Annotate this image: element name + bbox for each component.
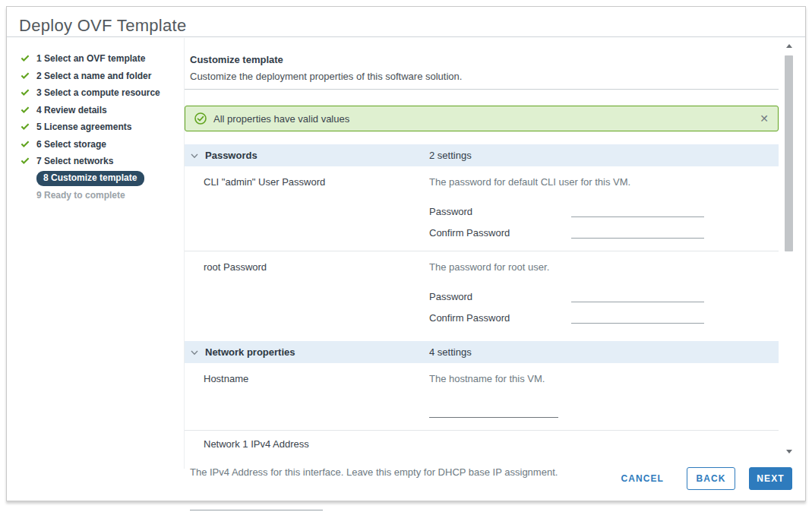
root-confirm-password-input[interactable]: [571, 310, 704, 324]
property-label: CLI "admin" User Password: [185, 166, 429, 239]
section-settings-count: 2 settings: [429, 150, 472, 161]
sidebar-step-7[interactable]: 7 Select networks: [7, 153, 176, 170]
sidebar-step-6[interactable]: 6 Select storage: [7, 136, 176, 153]
property-row-cli-admin-password: CLI "admin" User Password The password f…: [185, 166, 779, 251]
sidebar-step-8-active[interactable]: 8 Customize template: [7, 170, 176, 188]
step-label: 3 Select a compute resource: [36, 87, 160, 98]
sidebar-step-9: 9 Ready to complete: [7, 187, 176, 204]
section-title: Network properties: [205, 346, 295, 358]
success-check-icon: [194, 112, 207, 125]
property-description: The password for default CLI user for th…: [429, 176, 779, 188]
alert-message: All properties have valid values: [213, 113, 760, 125]
property-row-root-password: root Password The password for root user…: [185, 251, 779, 336]
customize-template-panel: Customize template Customize the deploym…: [184, 38, 779, 469]
scroll-down-icon[interactable]: [783, 446, 795, 457]
scrollbar-thumb[interactable]: [785, 55, 793, 251]
check-icon: [20, 156, 33, 166]
check-icon: [20, 71, 33, 81]
confirm-password-field-label: Confirm Password: [429, 312, 571, 324]
step-label: 9 Ready to complete: [36, 190, 125, 201]
password-field-label: Password: [429, 291, 571, 302]
cli-admin-confirm-password-input[interactable]: [571, 225, 704, 239]
cancel-button[interactable]: CANCEL: [616, 467, 668, 490]
cli-admin-password-input[interactable]: [571, 204, 704, 217]
scroll-up-icon[interactable]: [783, 40, 795, 51]
chevron-down-icon: [191, 152, 198, 160]
heading-divider: [185, 89, 779, 90]
check-icon: [20, 87, 33, 98]
section-header-network-properties[interactable]: Network properties 4 settings: [185, 341, 779, 363]
confirm-password-field-label: Confirm Password: [429, 227, 571, 239]
step-label: 7 Select networks: [36, 156, 113, 166]
root-password-input[interactable]: [571, 289, 704, 302]
wizard-steps-sidebar: 1 Select an OVF template 2 Select a name…: [7, 38, 176, 501]
panel-heading: Customize template: [190, 54, 779, 65]
step-label: 4 Review details: [36, 105, 107, 115]
step-label: 1 Select an OVF template: [36, 53, 145, 64]
back-button[interactable]: BACK: [687, 467, 735, 490]
property-description: The hostname for this VM.: [429, 373, 779, 384]
section-settings-count: 4 settings: [429, 346, 472, 358]
network1-ipv4-input[interactable]: [190, 497, 323, 510]
hostname-input[interactable]: [429, 404, 558, 418]
sidebar-step-2[interactable]: 2 Select a name and folder: [7, 68, 176, 85]
step-label: 2 Select a name and folder: [36, 71, 151, 81]
section-passwords: Passwords 2 settings CLI "admin" User Pa…: [185, 144, 779, 336]
property-label: Network 1 IPv4 Address: [185, 438, 779, 450]
check-icon: [20, 139, 33, 150]
close-icon[interactable]: ✕: [760, 113, 769, 124]
valid-values-alert: All properties have valid values ✕: [185, 106, 779, 131]
wizard-footer: CANCEL BACK NEXT: [616, 467, 792, 490]
property-row-hostname: Hostname The hostname for this VM.: [185, 363, 779, 431]
sidebar-step-5[interactable]: 5 License agreements: [7, 119, 176, 136]
step-label: 8 Customize template: [36, 171, 144, 186]
content-scrollbar[interactable]: [783, 40, 795, 457]
password-field-label: Password: [429, 206, 571, 217]
chevron-down-icon: [191, 349, 198, 356]
check-icon: [20, 122, 33, 132]
check-icon: [20, 105, 33, 115]
sidebar-step-4[interactable]: 4 Review details: [7, 102, 176, 119]
step-label: 5 License agreements: [36, 122, 131, 132]
sidebar-step-1[interactable]: 1 Select an OVF template: [7, 50, 176, 68]
dialog-title: Deploy OVF Template: [19, 16, 805, 36]
next-button[interactable]: NEXT: [749, 467, 792, 490]
property-label: Hostname: [185, 363, 429, 418]
sidebar-step-3[interactable]: 3 Select a compute resource: [7, 84, 176, 102]
section-header-passwords[interactable]: Passwords 2 settings: [185, 144, 779, 166]
deploy-ovf-dialog: Deploy OVF Template 1 Select an OVF temp…: [6, 6, 806, 501]
panel-subheading: Customize the deployment properties of t…: [190, 71, 779, 82]
section-title: Passwords: [205, 150, 258, 161]
dialog-header: Deploy OVF Template: [7, 7, 805, 37]
property-description: The password for root user.: [429, 261, 779, 273]
property-label: root Password: [185, 251, 429, 324]
check-icon: [20, 53, 33, 64]
step-label: 6 Select storage: [36, 139, 106, 150]
